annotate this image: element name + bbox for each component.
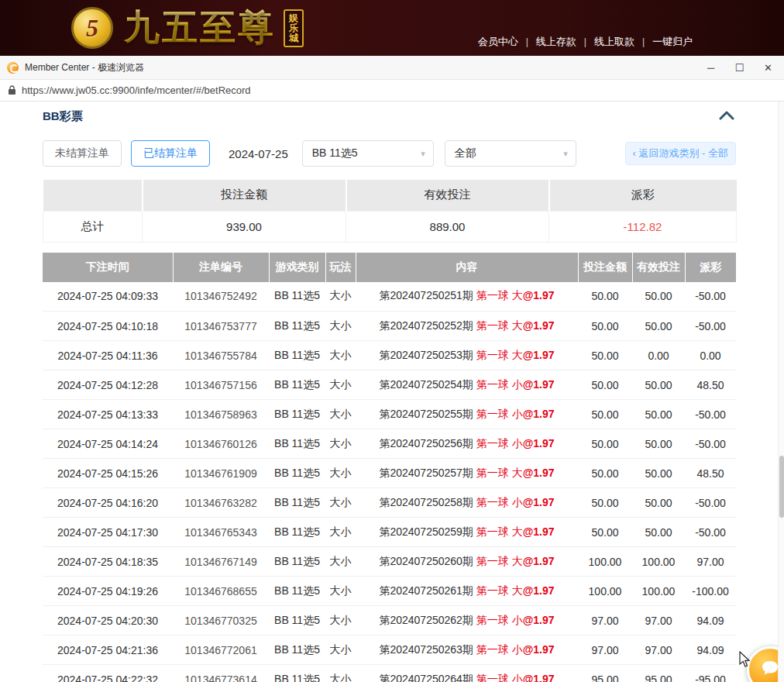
cell-valid-bet: 100.00 [632,547,685,577]
url-text[interactable]: https://www.jw05.cc:9900/infe/mcenter/#/… [22,84,251,96]
cell-payout: -100.00 [685,577,736,606]
collapse-section-button[interactable] [717,109,736,124]
cell-game-type: BB 11选5 [269,518,325,547]
nav-link[interactable]: 线上取款 [594,35,634,49]
cell-content: 第202407250261期 第一球 大@1.97 [356,577,578,606]
cell-content: 第202407250255期 第一球 小@1.97 [356,400,578,429]
browser-favicon-icon [7,62,19,74]
cell-bet-amount: 50.00 [578,370,632,400]
cell-content: 第202407250253期 第一球 大@1.97 [356,341,578,370]
bet-selection: 第一球 小 [473,614,523,626]
cell-play-type: 大小 [325,341,356,370]
cell-order-id: 101346757156 [173,370,269,400]
bet-odds: @1.97 [523,673,555,682]
bet-record-page: BB彩票 未结算注单 已结算注单 2024-07-25 BB 11选5 ▾ 全部… [0,102,784,682]
cell-play-type: 大小 [325,488,356,518]
lock-icon [8,85,16,95]
minimize-button[interactable]: ─ [696,56,725,79]
table-row: 2024-07-25 04:09:33101346752492BB 11选5大小… [43,282,736,312]
scope-select[interactable]: 全部 ▾ [445,140,576,167]
logo-badge: 娱乐城 [284,9,304,47]
bet-selection: 第一球 小 [473,408,523,420]
cell-bet-time: 2024-07-25 04:12:28 [43,370,173,400]
cell-game-type: BB 11选5 [269,459,325,488]
cell-play-type: 大小 [325,370,356,400]
cell-bet-time: 2024-07-25 04:19:26 [43,577,173,606]
bet-odds: @1.97 [523,408,555,420]
table-row: 2024-07-25 04:11:36101346755784BB 11选5大小… [43,341,736,370]
settled-bets-button[interactable]: 已结算注单 [131,140,210,167]
cell-order-id: 101346760126 [173,429,269,459]
header-valid-bet: 有效投注 [632,253,685,282]
cell-bet-time: 2024-07-25 04:10:18 [43,312,173,341]
table-row: 2024-07-25 04:15:26101346761909BB 11选5大小… [43,459,736,488]
table-header-row: 下注时间 注单编号 游戏类别 玩法 内容 投注金额 有效投注 派彩 [43,253,736,282]
cell-valid-bet: 50.00 [632,459,685,488]
cell-order-id: 101346761909 [173,459,269,488]
bet-odds: @1.97 [523,437,555,450]
cell-game-type: BB 11选5 [269,370,325,400]
bet-period: 第202407250253期 [379,349,473,361]
site-logo-text: 九五至尊 [124,4,276,52]
cell-order-id: 101346770325 [173,606,269,636]
table-row: 2024-07-25 04:22:32101346773614BB 11选5大小… [43,665,736,682]
cell-play-type: 大小 [325,636,356,665]
summary-total-label: 总计 [43,211,143,242]
bet-selection: 第一球 大 [473,525,523,538]
nav-link[interactable]: 线上存款 [536,35,576,49]
bet-selection: 第一球 大 [473,584,523,597]
cell-order-id: 101346753777 [173,312,269,341]
summary-header-valid: 有效投注 [346,180,549,211]
cell-play-type: 大小 [325,518,356,547]
cell-game-type: BB 11选5 [269,577,325,606]
cell-bet-amount: 100.00 [578,547,632,577]
bet-selection: 第一球 小 [473,378,523,391]
logo-badge-char: 城 [289,33,298,43]
cell-play-type: 大小 [325,400,356,429]
back-to-game-category-button[interactable]: ‹ 返回游戏类别 - 全部 [625,142,737,165]
summary-valid-bet: 889.00 [346,211,549,242]
scrollbar-thumb[interactable] [779,456,784,518]
nav-link[interactable]: 会员中心 [478,35,518,49]
cell-content: 第202407250260期 第一球 大@1.97 [356,547,578,577]
cell-order-id: 101346752492 [173,282,269,312]
table-row: 2024-07-25 04:18:35101346767149BB 11选5大小… [43,547,736,577]
bet-period: 第202407250263期 [379,643,473,656]
bet-period: 第202407250254期 [379,378,473,391]
url-bar[interactable]: https://www.jw05.cc:9900/infe/mcenter/#/… [0,80,784,102]
unsettled-bets-button[interactable]: 未结算注单 [43,140,122,167]
header-content: 内容 [356,253,578,282]
bet-odds: @1.97 [523,643,555,656]
close-button[interactable]: ✕ [754,56,782,79]
site-logo[interactable]: 5 九五至尊 娱乐城 [71,4,304,52]
logo-badge-char: 娱 [289,13,298,23]
bet-odds: @1.97 [523,349,555,361]
cell-play-type: 大小 [325,459,356,488]
cell-bet-time: 2024-07-25 04:15:26 [43,459,173,488]
logo-badge-char: 乐 [289,23,298,33]
chat-bubble-icon [761,660,779,680]
cell-payout: -50.00 [685,400,736,429]
bet-period: 第202407250255期 [379,408,473,420]
bet-period: 第202407250264期 [379,673,473,682]
cell-bet-time: 2024-07-25 04:22:32 [43,665,173,682]
summary-payout: -112.82 [549,211,737,242]
cell-payout: 0.00 [685,341,736,370]
vertical-scrollbar[interactable] [778,102,784,682]
summary-total-row: 总计 939.00 889.00 -112.82 [43,211,737,242]
bet-selection: 第一球 大 [473,289,523,301]
cell-content: 第202407250256期 第一球 小@1.97 [356,429,578,459]
maximize-button[interactable]: ☐ [725,56,754,79]
window-controls: ─ ☐ ✕ [696,56,784,79]
cell-bet-time: 2024-07-25 04:09:33 [43,282,173,312]
nav-link[interactable]: 一键归户 [652,35,693,49]
cell-bet-amount: 95.00 [578,665,632,682]
cell-bet-time: 2024-07-25 04:20:30 [43,606,173,636]
bet-odds: @1.97 [523,289,555,301]
cell-play-type: 大小 [325,606,356,636]
cell-payout: 94.09 [685,606,736,636]
banner-nav: 会员中心|线上存款|线上取款|一键归户 [478,35,693,49]
date-picker[interactable]: 2024-07-25 [229,147,288,160]
cell-game-type: BB 11选5 [269,606,325,636]
game-select[interactable]: BB 11选5 ▾ [302,140,434,167]
